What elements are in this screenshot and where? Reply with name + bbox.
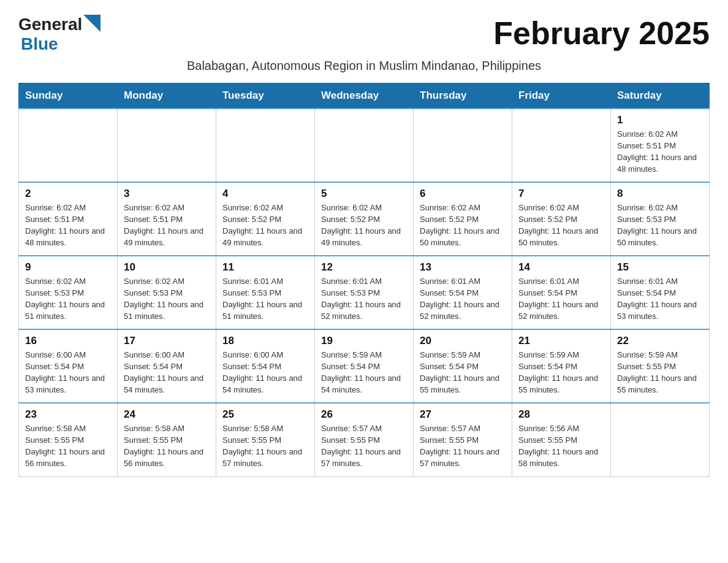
calendar-cell (414, 109, 512, 182)
day-number: 21 (518, 335, 604, 347)
calendar-cell: 15Sunrise: 6:01 AM Sunset: 5:54 PM Dayli… (611, 256, 710, 329)
calendar-cell: 22Sunrise: 5:59 AM Sunset: 5:55 PM Dayli… (611, 329, 710, 403)
day-info: Sunrise: 6:00 AM Sunset: 5:54 PM Dayligh… (25, 350, 111, 396)
calendar-cell: 28Sunrise: 5:56 AM Sunset: 5:55 PM Dayli… (512, 403, 611, 477)
calendar-cell: 10Sunrise: 6:02 AM Sunset: 5:53 PM Dayli… (118, 256, 216, 329)
day-number: 13 (420, 261, 506, 274)
day-info: Sunrise: 5:59 AM Sunset: 5:55 PM Dayligh… (617, 350, 703, 396)
calendar-week-row: 9Sunrise: 6:02 AM Sunset: 5:53 PM Daylig… (19, 256, 710, 329)
day-number: 2 (25, 188, 111, 200)
day-number: 15 (617, 261, 703, 274)
subtitle: Balabagan, Autonomous Region in Muslim M… (18, 59, 710, 73)
day-info: Sunrise: 5:56 AM Sunset: 5:55 PM Dayligh… (518, 423, 604, 469)
col-sunday: Sunday (19, 83, 118, 109)
calendar-cell: 13Sunrise: 6:01 AM Sunset: 5:54 PM Dayli… (414, 256, 512, 329)
day-number: 16 (25, 335, 111, 347)
calendar-cell (19, 109, 118, 182)
calendar-week-row: 23Sunrise: 5:58 AM Sunset: 5:55 PM Dayli… (19, 403, 710, 477)
day-number: 5 (321, 188, 407, 200)
day-number: 6 (420, 188, 506, 200)
day-number: 14 (518, 261, 604, 274)
day-info: Sunrise: 5:58 AM Sunset: 5:55 PM Dayligh… (222, 423, 308, 469)
calendar-cell: 9Sunrise: 6:02 AM Sunset: 5:53 PM Daylig… (19, 256, 118, 329)
day-number: 17 (124, 335, 210, 347)
calendar-cell: 6Sunrise: 6:02 AM Sunset: 5:52 PM Daylig… (414, 182, 512, 256)
calendar-cell: 25Sunrise: 5:58 AM Sunset: 5:55 PM Dayli… (216, 403, 315, 477)
calendar-cell: 3Sunrise: 6:02 AM Sunset: 5:51 PM Daylig… (118, 182, 216, 256)
logo-general-text: General (18, 15, 82, 34)
col-wednesday: Wednesday (315, 83, 414, 109)
calendar-cell: 16Sunrise: 6:00 AM Sunset: 5:54 PM Dayli… (19, 329, 118, 403)
day-number: 9 (25, 261, 111, 274)
day-number: 23 (25, 408, 111, 421)
day-number: 12 (321, 261, 407, 274)
day-info: Sunrise: 6:01 AM Sunset: 5:53 PM Dayligh… (321, 276, 407, 322)
calendar-cell: 17Sunrise: 6:00 AM Sunset: 5:54 PM Dayli… (118, 329, 216, 403)
day-number: 19 (321, 335, 407, 347)
day-number: 25 (222, 408, 308, 421)
day-info: Sunrise: 6:01 AM Sunset: 5:54 PM Dayligh… (420, 276, 506, 322)
calendar-cell: 19Sunrise: 5:59 AM Sunset: 5:54 PM Dayli… (315, 329, 414, 403)
day-info: Sunrise: 6:02 AM Sunset: 5:51 PM Dayligh… (25, 202, 111, 248)
calendar-cell: 24Sunrise: 5:58 AM Sunset: 5:55 PM Dayli… (118, 403, 216, 477)
calendar-cell: 4Sunrise: 6:02 AM Sunset: 5:52 PM Daylig… (216, 182, 315, 256)
col-thursday: Thursday (414, 83, 512, 109)
day-number: 22 (617, 335, 703, 347)
day-info: Sunrise: 5:58 AM Sunset: 5:55 PM Dayligh… (124, 423, 210, 469)
day-number: 3 (124, 188, 210, 200)
day-info: Sunrise: 5:59 AM Sunset: 5:54 PM Dayligh… (420, 350, 506, 396)
day-info: Sunrise: 5:57 AM Sunset: 5:55 PM Dayligh… (420, 423, 506, 469)
day-info: Sunrise: 5:59 AM Sunset: 5:54 PM Dayligh… (518, 350, 604, 396)
day-info: Sunrise: 6:01 AM Sunset: 5:53 PM Dayligh… (222, 276, 308, 322)
day-number: 18 (222, 335, 308, 347)
col-tuesday: Tuesday (216, 83, 315, 109)
calendar-cell (315, 109, 414, 182)
calendar-cell: 14Sunrise: 6:01 AM Sunset: 5:54 PM Dayli… (512, 256, 611, 329)
calendar-cell: 18Sunrise: 6:00 AM Sunset: 5:54 PM Dayli… (216, 329, 315, 403)
logo: General Blue (18, 15, 103, 54)
logo-icon (83, 15, 100, 32)
day-number: 28 (518, 408, 604, 421)
day-info: Sunrise: 6:02 AM Sunset: 5:52 PM Dayligh… (518, 202, 604, 248)
calendar-cell: 2Sunrise: 6:02 AM Sunset: 5:51 PM Daylig… (19, 182, 118, 256)
day-info: Sunrise: 5:57 AM Sunset: 5:55 PM Dayligh… (321, 423, 407, 469)
day-info: Sunrise: 6:01 AM Sunset: 5:54 PM Dayligh… (518, 276, 604, 322)
day-info: Sunrise: 5:59 AM Sunset: 5:54 PM Dayligh… (321, 350, 407, 396)
day-number: 4 (222, 188, 308, 200)
calendar-cell: 26Sunrise: 5:57 AM Sunset: 5:55 PM Dayli… (315, 403, 414, 477)
calendar-cell: 1Sunrise: 6:02 AM Sunset: 5:51 PM Daylig… (611, 109, 710, 182)
day-info: Sunrise: 6:02 AM Sunset: 5:53 PM Dayligh… (617, 202, 703, 248)
calendar-cell: 21Sunrise: 5:59 AM Sunset: 5:54 PM Dayli… (512, 329, 611, 403)
day-number: 27 (420, 408, 506, 421)
calendar-cell: 11Sunrise: 6:01 AM Sunset: 5:53 PM Dayli… (216, 256, 315, 329)
calendar-cell: 7Sunrise: 6:02 AM Sunset: 5:52 PM Daylig… (512, 182, 611, 256)
logo-blue-text: Blue (21, 34, 58, 54)
calendar-week-row: 1Sunrise: 6:02 AM Sunset: 5:51 PM Daylig… (19, 109, 710, 182)
calendar-cell: 8Sunrise: 6:02 AM Sunset: 5:53 PM Daylig… (611, 182, 710, 256)
day-info: Sunrise: 6:02 AM Sunset: 5:51 PM Dayligh… (617, 129, 703, 175)
col-monday: Monday (118, 83, 216, 109)
day-info: Sunrise: 6:02 AM Sunset: 5:51 PM Dayligh… (124, 202, 210, 248)
day-number: 11 (222, 261, 308, 274)
day-info: Sunrise: 6:02 AM Sunset: 5:52 PM Dayligh… (222, 202, 308, 248)
calendar-week-row: 16Sunrise: 6:00 AM Sunset: 5:54 PM Dayli… (19, 329, 710, 403)
day-number: 1 (617, 114, 703, 126)
col-saturday: Saturday (611, 83, 710, 109)
day-info: Sunrise: 6:02 AM Sunset: 5:52 PM Dayligh… (321, 202, 407, 248)
calendar-table: Sunday Monday Tuesday Wednesday Thursday… (18, 83, 710, 477)
day-number: 10 (124, 261, 210, 274)
day-number: 8 (617, 188, 703, 200)
calendar-cell: 27Sunrise: 5:57 AM Sunset: 5:55 PM Dayli… (414, 403, 512, 477)
day-number: 26 (321, 408, 407, 421)
page-header: General Blue February 2025 (18, 15, 710, 54)
day-info: Sunrise: 5:58 AM Sunset: 5:55 PM Dayligh… (25, 423, 111, 469)
day-info: Sunrise: 6:00 AM Sunset: 5:54 PM Dayligh… (222, 350, 308, 396)
day-number: 7 (518, 188, 604, 200)
calendar-cell: 12Sunrise: 6:01 AM Sunset: 5:53 PM Dayli… (315, 256, 414, 329)
calendar-cell (611, 403, 710, 477)
svg-marker-0 (83, 15, 100, 32)
calendar-cell: 5Sunrise: 6:02 AM Sunset: 5:52 PM Daylig… (315, 182, 414, 256)
calendar-header-row: Sunday Monday Tuesday Wednesday Thursday… (19, 83, 710, 109)
page-title: February 2025 (493, 15, 710, 52)
calendar-week-row: 2Sunrise: 6:02 AM Sunset: 5:51 PM Daylig… (19, 182, 710, 256)
